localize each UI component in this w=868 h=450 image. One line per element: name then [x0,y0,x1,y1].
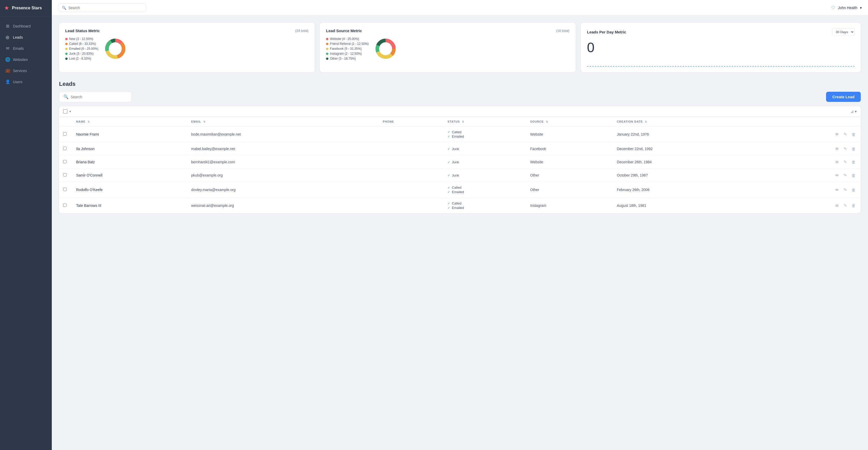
leads-search-input[interactable] [71,95,127,99]
col-creation-date[interactable]: CREATION DATE ⇅ [613,117,759,126]
row-phone [379,198,443,214]
edit-button[interactable]: ✎ [843,172,848,178]
delete-button[interactable]: 🗑 [851,203,857,208]
legend-dot [326,38,328,40]
search-icon: 🔍 [62,6,66,10]
delete-button[interactable]: 🗑 [851,187,857,193]
leads-search-box[interactable]: 🔍 [59,91,131,102]
legend-item: Junk (5 - 20.83%) [65,52,98,55]
col-actions [759,117,861,126]
sidebar-item-leads[interactable]: ◎ Leads [0,32,52,43]
view-button[interactable]: 👁 [834,160,840,165]
leads-toolbar: 🔍 Create Lead [59,91,861,102]
websites-icon: 🌐 [5,57,10,62]
view-button[interactable]: 👁 [834,173,840,178]
delete-button[interactable]: 🗑 [851,173,857,178]
delete-button[interactable]: 🗑 [851,160,857,165]
row-actions: 👁 ✎ 🗑 [759,182,861,198]
row-name: Ila Johnson [72,142,187,156]
view-button[interactable]: 👁 [834,187,840,193]
search-input[interactable] [68,6,142,10]
col-checkbox [59,117,72,126]
row-name: Samir O'Connell [72,169,187,182]
select-chevron-button[interactable]: ▾ [69,110,71,113]
sidebar-item-websites[interactable]: 🌐 Websites [0,54,52,65]
table-row: Samir O'Connell pkub@example.org ✓ Junk … [59,169,861,182]
col-phone[interactable]: PHONE [379,117,443,126]
lpd-period-select[interactable]: 7 Days30 Days90 Days [832,29,855,35]
lead-status-title: Lead Status Metric [65,29,100,33]
row-checkbox[interactable] [63,132,67,136]
row-source: Website [526,126,613,142]
status-list: ✓ Called ✓ Emailed [447,201,522,210]
legend-item: Lost (2 - 8.33%) [65,57,98,60]
table-row: Ila Johnson mabel.bailey@example.net ✓ J… [59,142,861,156]
sidebar-item-label: Emails [13,47,24,51]
row-checkbox[interactable] [63,173,67,176]
status-label: Called [452,130,461,134]
sidebar-item-services[interactable]: 💼 Services [0,65,52,76]
view-button[interactable]: 👁 [834,146,840,152]
status-check-icon: ✓ [447,147,450,151]
view-button[interactable]: 👁 [834,203,840,208]
user-menu[interactable]: ♡ John Health ▾ [831,5,862,11]
services-icon: 💼 [5,68,10,73]
status-label: Called [452,201,461,205]
col-name[interactable]: NAME ⇅ [72,117,187,126]
row-checkbox-cell [59,126,72,142]
edit-button[interactable]: ✎ [843,203,848,208]
edit-button[interactable]: ✎ [843,187,848,193]
legend-item: Friend Referral (2 - 12.50%) [326,42,369,46]
app-name: Presence Stars [12,6,42,10]
view-button[interactable]: 👁 [834,132,840,137]
row-status: ✓ Junk [443,169,526,182]
legend-label: Website (4 - 25.00%) [330,37,359,41]
leads-per-day-card: Leads Per Day Metric 7 Days30 Days90 Day… [581,23,861,72]
sidebar-logo: ★ Presence Stars [0,0,52,16]
row-checkbox[interactable] [63,188,67,191]
legend-dot [65,53,68,55]
row-checkbox[interactable] [63,147,67,150]
delete-button[interactable]: 🗑 [851,146,857,152]
status-list: ✓ Called ✓ Emailed [447,130,522,138]
lead-status-card: Lead Status Metric (24 total) New (3 - 1… [59,23,315,72]
status-list: ✓ Junk [447,173,522,177]
select-all-checkbox[interactable] [63,109,67,114]
table-toolbar: ▾ ⊿ ▾ [59,106,861,117]
col-source[interactable]: SOURCE ⇅ [526,117,613,126]
leads-section: Leads 🔍 Create Lead ▾ ⊿ ▾ [59,81,861,213]
global-search-box[interactable]: 🔍 [58,3,146,12]
row-creation-date: February 26th, 2006 [613,182,759,198]
logo-star-icon: ★ [4,5,9,11]
row-name: Rodolfo O'Keefe [72,182,187,198]
create-lead-button[interactable]: Create Lead [826,92,861,102]
status-list: ✓ Junk [447,147,522,151]
row-checkbox[interactable] [63,203,67,207]
lead-status-total: (24 total) [295,29,308,33]
edit-button[interactable]: ✎ [843,132,848,137]
legend-item: Facebook (5 - 31.25%) [326,47,369,51]
user-health-icon: ♡ [831,5,835,11]
col-email[interactable]: EMAIL ⇅ [187,117,379,126]
edit-button[interactable]: ✎ [843,146,848,152]
row-checkbox[interactable] [63,160,67,163]
legend-item: Other (3 - 18.75%) [326,57,369,60]
edit-button[interactable]: ✎ [843,159,848,165]
row-creation-date: October 29th, 1987 [613,169,759,182]
filter-button[interactable]: ⊿ ▾ [851,109,857,114]
status-check-icon: ✓ [447,160,450,164]
row-creation-date: December 26th, 1984 [613,156,759,169]
status-check-icon: ✓ [447,186,450,190]
lead-status-legend: New (3 - 12.50%)Called (8 - 33.33%)Email… [65,37,98,60]
row-status: ✓ Called ✓ Emailed [443,182,526,198]
legend-label: Called (8 - 33.33%) [69,42,96,46]
delete-button[interactable]: 🗑 [851,132,857,137]
date-sort-icon: ⇅ [645,120,647,123]
sidebar-item-users[interactable]: 👤 Users [0,76,52,87]
leads-section-title: Leads [59,81,861,87]
legend-dot [326,43,328,45]
sidebar-item-emails[interactable]: ✉ Emails [0,43,52,54]
col-status[interactable]: STATUS ⇅ [443,117,526,126]
status-item: ✓ Junk [447,173,522,177]
sidebar-item-dashboard[interactable]: ⊞ Dashboard [0,21,52,32]
